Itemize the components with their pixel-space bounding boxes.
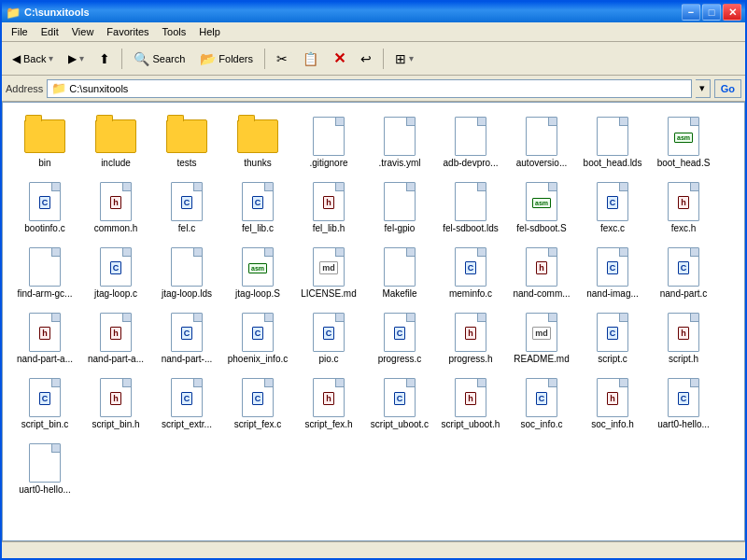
file-label: script_fex.h	[304, 419, 352, 430]
file-type-icon	[313, 117, 345, 156]
file-area[interactable]: binincludeteststhunks.gitignore.travis.y…	[2, 102, 745, 541]
file-item[interactable]: include	[81, 110, 150, 174]
file-item[interactable]: Csoc_info.c	[507, 371, 576, 435]
file-label: .gitignore	[309, 158, 347, 169]
file-type-icon	[384, 182, 416, 221]
file-type-icon: asm	[526, 182, 557, 221]
file-icon	[23, 245, 66, 288]
file-item[interactable]: find-arm-gc...	[10, 241, 79, 304]
file-item[interactable]: .gitignore	[294, 110, 363, 174]
file-item[interactable]: hscript.h	[649, 306, 718, 370]
file-badge: C	[536, 392, 548, 405]
up-button[interactable]: ⬆	[92, 46, 117, 72]
menu-view[interactable]: View	[66, 24, 100, 39]
file-item[interactable]: Cfel_lib.c	[223, 175, 292, 239]
file-item[interactable]: Cscript_extr...	[152, 371, 221, 435]
file-item[interactable]: hscript_uboot.h	[436, 371, 505, 435]
file-label: boot_head.lds	[584, 158, 642, 169]
file-badge: C	[394, 392, 406, 405]
file-item[interactable]: Cfexc.c	[578, 175, 647, 239]
minimize-button[interactable]: −	[682, 4, 700, 21]
file-label: .travis.yml	[379, 158, 421, 169]
menu-help[interactable]: Help	[193, 24, 226, 39]
file-item[interactable]: Cscript_fex.c	[223, 371, 292, 435]
file-type-icon: h	[313, 378, 345, 417]
file-item[interactable]: boot_head.lds	[578, 110, 647, 174]
file-item[interactable]: autoversio...	[507, 110, 576, 174]
file-label: phoenix_info.c	[228, 354, 289, 365]
delete-button[interactable]: ✕	[327, 46, 352, 72]
file-item[interactable]: Cscript.c	[578, 306, 647, 370]
search-button[interactable]: 🔍 Search	[127, 46, 191, 72]
file-badge: md	[532, 327, 551, 340]
file-item[interactable]: Cscript_uboot.c	[365, 371, 434, 435]
file-icon	[307, 115, 350, 158]
file-item[interactable]: hfexc.h	[649, 175, 718, 239]
copy-button[interactable]: 📋	[296, 46, 325, 72]
file-item[interactable]: jtag-loop.lds	[152, 241, 221, 304]
address-dropdown[interactable]: ▾	[696, 79, 711, 98]
file-item[interactable]: Cnand-part.c	[649, 241, 718, 304]
file-item[interactable]: asmjtag-loop.S	[223, 241, 292, 304]
file-item[interactable]: Cuart0-hello...	[649, 371, 718, 435]
file-item[interactable]: Cnand-imag...	[578, 241, 647, 304]
file-item[interactable]: mdREADME.md	[507, 306, 576, 370]
file-item[interactable]: asmfel-sdboot.S	[507, 175, 576, 239]
file-badge: C	[678, 261, 690, 274]
forward-button[interactable]: ▶ ▾	[62, 46, 91, 72]
file-badge: h	[678, 196, 689, 209]
file-item[interactable]: mdLICENSE.md	[294, 241, 363, 304]
file-item[interactable]: adb-devpro...	[436, 110, 505, 174]
file-item[interactable]: tests	[152, 110, 221, 174]
file-label: fel-sdboot.S	[516, 223, 566, 234]
file-item[interactable]: Cphoenix_info.c	[223, 306, 292, 370]
file-item[interactable]: Cnand-part-...	[152, 306, 221, 370]
move-button[interactable]: ✂	[270, 46, 294, 72]
file-item[interactable]: Cjtag-loop.c	[81, 241, 150, 304]
file-item[interactable]: Cprogress.c	[365, 306, 434, 370]
file-item[interactable]: fel-gpio	[365, 175, 434, 239]
file-label: progress.h	[448, 354, 492, 365]
file-item[interactable]: .travis.yml	[365, 110, 434, 174]
close-button[interactable]: ✕	[723, 4, 741, 21]
menu-favorites[interactable]: Favorites	[101, 24, 154, 39]
menu-file[interactable]: File	[6, 24, 34, 39]
file-icon	[449, 180, 492, 223]
file-item[interactable]: hscript_fex.h	[294, 371, 363, 435]
file-badge: asm	[248, 263, 267, 273]
file-item[interactable]: uart0-hello...	[10, 437, 79, 500]
file-item[interactable]: Cpio.c	[294, 306, 363, 370]
file-label: meminfo.c	[449, 288, 492, 300]
file-item[interactable]: hcommon.h	[81, 175, 150, 239]
file-item[interactable]: hnand-comm...	[507, 241, 576, 304]
title-bar-buttons: − □ ✕	[682, 4, 741, 21]
file-item[interactable]: Cfel.c	[152, 175, 221, 239]
file-item[interactable]: hsoc_info.h	[578, 371, 647, 435]
undo-button[interactable]: ↩	[354, 46, 378, 72]
file-item[interactable]: Cmeminfo.c	[436, 241, 505, 304]
back-button[interactable]: ◀ Back ▾	[6, 46, 60, 72]
address-text: C:\sunxitools	[69, 83, 686, 94]
file-item[interactable]: hnand-part-a...	[10, 306, 79, 370]
file-item[interactable]: asmboot_head.S	[649, 110, 718, 174]
file-type-icon	[29, 247, 61, 287]
menu-edit[interactable]: Edit	[35, 24, 64, 39]
views-button[interactable]: ⊞ ▾	[388, 46, 420, 72]
folders-button[interactable]: 📂 Folders	[193, 46, 260, 72]
go-button[interactable]: Go	[714, 79, 741, 98]
file-item[interactable]: hnand-part-a...	[81, 306, 150, 370]
file-item[interactable]: bin	[10, 110, 79, 174]
file-item[interactable]: thunks	[223, 110, 292, 174]
file-label: uart0-hello...	[657, 419, 710, 430]
file-item[interactable]: hprogress.h	[436, 306, 505, 370]
file-item[interactable]: hfel_lib.h	[294, 175, 363, 239]
file-type-icon: C	[384, 378, 416, 417]
file-badge: h	[323, 392, 334, 405]
menu-tools[interactable]: Tools	[157, 24, 192, 39]
file-item[interactable]: Makefile	[365, 241, 434, 304]
file-item[interactable]: hscript_bin.h	[81, 371, 150, 435]
file-item[interactable]: fel-sdboot.lds	[436, 175, 505, 239]
file-item[interactable]: Cbootinfo.c	[10, 175, 79, 239]
file-item[interactable]: Cscript_bin.c	[10, 371, 79, 435]
maximize-button[interactable]: □	[702, 4, 721, 21]
